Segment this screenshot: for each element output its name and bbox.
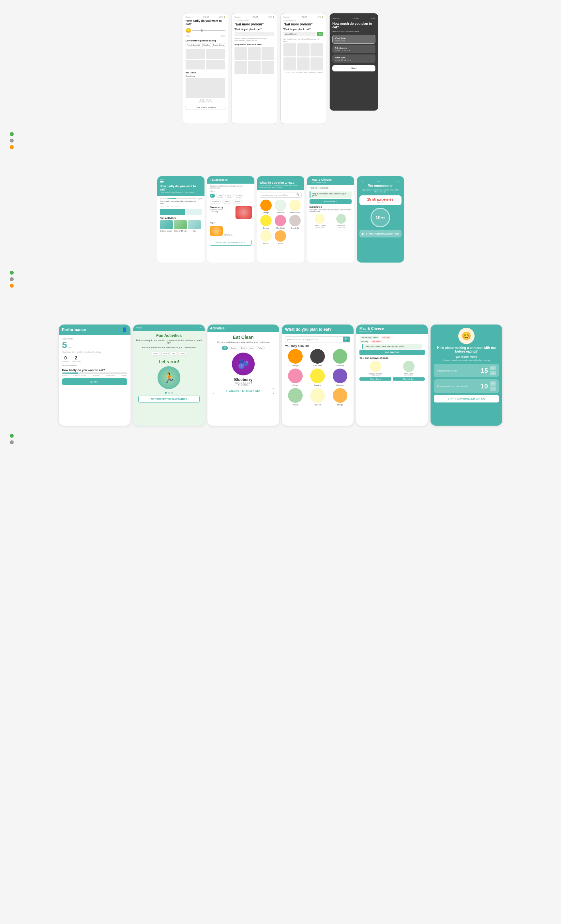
cp3-orange[interactable]: Orange [260, 200, 273, 214]
cp2-filter-carbs[interactable]: Carbs [222, 200, 231, 204]
cp1-fun-img-1[interactable] [160, 220, 173, 229]
wf-activity-run[interactable]: Run/Jog [202, 43, 211, 47]
lcp4-avocado[interactable]: Avocado [330, 349, 350, 367]
lcp4-blueberry[interactable]: Blueberry [330, 369, 350, 386]
wf-activity-cell-1 [186, 49, 205, 59]
cp4-cottage-cheese[interactable]: Cottage Cheese Similar Taste [309, 214, 330, 228]
wf-better-food-btn[interactable]: I have a better food idea [186, 105, 225, 110]
cp1-fun-img-3[interactable] [188, 220, 201, 229]
lcp2-not-btn[interactable]: NOT INTERESTED IN ACTIVITIES [138, 396, 200, 402]
cp3-sprite[interactable]: Sprite Zero [274, 200, 287, 214]
wf-slider-row-1: 😐 [186, 28, 225, 33]
lcp6-start-btn[interactable]: START CONTROLLED EATING [434, 395, 499, 402]
lcp6-increment-1[interactable]: + [490, 366, 496, 370]
lcp6-decrement-1[interactable]: − [490, 371, 496, 375]
cp4-eat-btn[interactable]: EAT ANYWAY [309, 199, 352, 204]
cp2-another-snack-btn[interactable]: I HAVE ANOTHER SNACK IDEA [210, 240, 252, 246]
lcp3-not-btn[interactable]: I HATE ANOTHER SNACK IDEA [213, 388, 274, 394]
lcp2-filter-app[interactable]: App [170, 352, 177, 356]
lcp5-cottage[interactable]: Cottage cheese Similar Taste 60 cal + 2 … [359, 361, 392, 381]
cp1-fun-img-2[interactable] [174, 220, 187, 229]
lcp4-search-row: product name or a type of food 🔍 [285, 336, 350, 342]
lcp1-stat-num-2: 2 [72, 355, 81, 360]
lcp2-rec-label: Recommendations are balanced for your pr… [136, 346, 202, 349]
cp2-filter-all[interactable]: All [210, 194, 215, 198]
lcp3-filter-relax[interactable]: Relax [256, 346, 265, 350]
lcp6-decrement-2[interactable]: − [490, 387, 496, 391]
cp3-search-icon[interactable]: 🔍 [295, 192, 302, 197]
wf-eat-button-3[interactable]: Eat [317, 32, 323, 36]
lcp1-label-sev: Severely [121, 374, 127, 376]
lcp3-filter-app[interactable]: App [248, 346, 255, 350]
wf-plan-label-2: What do you plan to eat? [234, 28, 274, 30]
cp4-back-btn[interactable]: ‹ [309, 179, 310, 183]
lcp4-salad[interactable]: Salad [285, 388, 306, 406]
lcp1-start-btn[interactable]: START [62, 378, 127, 385]
wf-activity-friends[interactable]: Friends & you talk [186, 43, 201, 47]
lcp1-label-sig: significantly [106, 374, 115, 376]
lcp1-slider-container: slightly in a small amount moderately si… [62, 372, 127, 376]
cp3-granola[interactable]: Granola Bar [288, 215, 302, 229]
cp2-filter-produce[interactable]: Produce [210, 200, 221, 204]
wf-start-button-dark[interactable]: Start [332, 65, 375, 71]
lcp4-mango-circle [333, 388, 347, 403]
lcp4-banana[interactable]: Banana [308, 369, 328, 386]
large-phone-contract: 😊 How about making a contract with me be… [430, 324, 502, 426]
cp2-filter-nuts[interactable]: Nuts [225, 194, 233, 198]
lcp3-filter-edu[interactable]: Edu [239, 346, 247, 350]
wf-back-row-2[interactable]: ‹ < Suggestions [234, 19, 274, 21]
wf-option-box-title: One box [335, 56, 373, 59]
lcp6-increment-2[interactable]: + [490, 381, 496, 386]
lcp4-salad-circle [288, 388, 303, 403]
lcp5-pistachio-circle [403, 361, 414, 372]
cp1-slider-bar[interactable] [167, 198, 196, 199]
lcp4-orange[interactable]: Orange [285, 349, 306, 367]
cp1-body: Not at all Super This month, you defeate… [157, 196, 204, 234]
cp2-filter-protein[interactable]: Protein [232, 200, 242, 204]
lcp2-filter-edu[interactable]: Edu [161, 352, 169, 356]
lcp5-pistachio[interactable]: Pistachios Your favorite 50 cal + 2 days [393, 361, 424, 381]
wf-dark-option-pieces[interactable]: 10 pieces around 120 cal, 5min [332, 45, 375, 53]
wf-option-pieces-title: 10 pieces [335, 46, 373, 50]
lcp3-filter-social[interactable]: Social [229, 346, 238, 350]
lcp1-see-all[interactable]: see all records › [62, 364, 127, 367]
bullet-2-2 [10, 277, 551, 281]
lcp3-filter-all[interactable]: All [222, 346, 228, 350]
cp3-popcorn[interactable]: Popcorn [260, 230, 273, 244]
wf-dark-option-bite[interactable]: One bite around 10 cal [332, 35, 375, 44]
cp3-sub: Knowing the food that makes you happy. I… [260, 184, 302, 188]
cp3-mixed[interactable]: Mixed fruits [274, 215, 287, 229]
cp5-start-btn[interactable]: ▶ START CONTROLLED EATING [359, 230, 402, 237]
cp3-search-text[interactable]: product name or a type of food [260, 193, 295, 197]
cp2-filter-salty[interactable]: Salty [234, 194, 243, 198]
wf-search-input-2[interactable] [234, 32, 274, 36]
lcp4-search-btn[interactable]: 🔍 [343, 337, 350, 342]
wf-mac-input[interactable]: Mac&Cheese [284, 32, 316, 36]
lcp5-eat-btn[interactable]: EAT ANYWAY [359, 350, 424, 355]
lcp3-header-label: Activities [210, 327, 277, 330]
cp3-back-btn[interactable]: ‹ [260, 178, 302, 181]
wf-food-grid-3 [284, 44, 323, 70]
cp2-back-btn[interactable]: ‹ [210, 178, 211, 182]
cp4-pistachio[interactable]: Pistachios Lower Food [331, 214, 352, 228]
lcp4-cola[interactable]: Cola Zero [308, 349, 328, 367]
wf-back-row-3[interactable]: ‹ Suggestions [284, 19, 323, 21]
cp2-header: ‹ Suggestions [207, 176, 254, 184]
lcp4-search-input[interactable]: product name or a type of food [285, 337, 343, 342]
cp1-menu-icon[interactable]: ☰ [160, 179, 202, 184]
lcp1-slider-bar[interactable] [62, 372, 127, 374]
lcp4-popcorn[interactable]: Popcorn [308, 388, 328, 406]
cp3-banana[interactable]: Banana [260, 215, 273, 229]
cp2-label: Recommendation is generated by your pref… [207, 184, 254, 189]
cp2-filter-dairy[interactable]: Dairy [216, 194, 224, 198]
lcp4-pinyo[interactable]: Pin-yo [285, 369, 306, 386]
cp3-banana-toast[interactable]: Banana Toast [288, 200, 302, 214]
lcp4-mango[interactable]: Mango [330, 388, 350, 406]
lcp2-filter-relax[interactable]: Relax [178, 352, 187, 356]
wf-activity-events[interactable]: Nearby Events [212, 43, 225, 47]
lcp2-filter-social[interactable]: Social [151, 352, 160, 356]
wf-eat-clean: Eat Clean [186, 71, 225, 74]
wf-slider-1[interactable] [192, 30, 225, 31]
wf-dark-option-box[interactable]: One box around 420 cal, 20min [332, 54, 375, 63]
cp3-mango[interactable]: Mango [274, 230, 287, 244]
